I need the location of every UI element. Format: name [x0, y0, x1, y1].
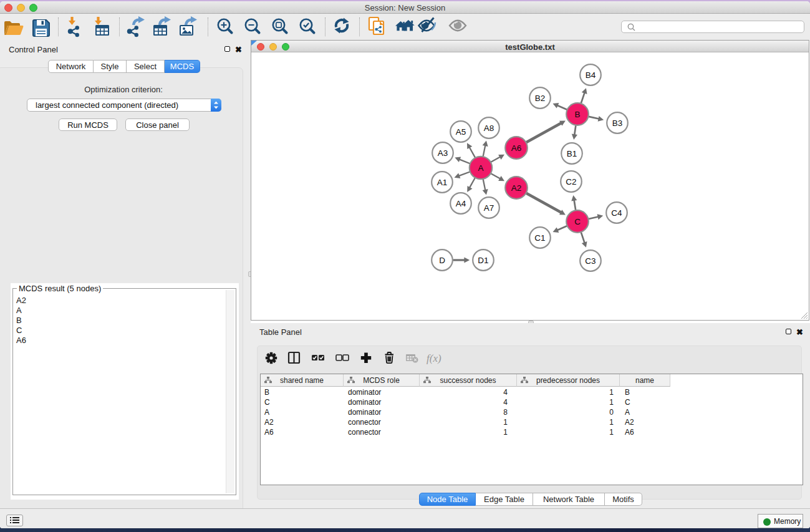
- svg-text:B2: B2: [535, 94, 546, 103]
- svg-text:A6: A6: [511, 143, 522, 153]
- svg-text:B: B: [574, 110, 580, 119]
- svg-text:A1: A1: [437, 178, 448, 187]
- svg-text:B3: B3: [612, 118, 623, 128]
- svg-text:A7: A7: [484, 203, 494, 213]
- svg-text:B1: B1: [567, 149, 577, 158]
- svg-text:C2: C2: [566, 177, 576, 186]
- svg-text:A2: A2: [511, 183, 522, 193]
- svg-text:D: D: [439, 256, 445, 265]
- svg-text:C: C: [574, 217, 581, 226]
- svg-text:A: A: [478, 163, 483, 173]
- svg-text:A8: A8: [484, 123, 494, 133]
- svg-text:C1: C1: [534, 233, 545, 243]
- svg-text:A5: A5: [456, 127, 466, 137]
- svg-text:A4: A4: [456, 199, 466, 208]
- svg-text:C3: C3: [585, 256, 595, 266]
- svg-text:C4: C4: [611, 208, 622, 218]
- svg-text:B4: B4: [586, 70, 596, 80]
- svg-text:A3: A3: [438, 148, 448, 158]
- svg-text:D1: D1: [478, 256, 488, 265]
